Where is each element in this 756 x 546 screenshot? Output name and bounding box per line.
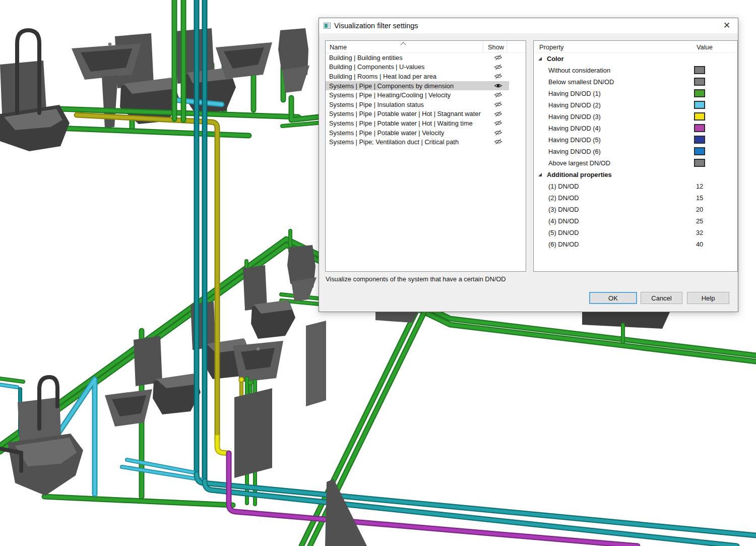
group-color[interactable]: Color [534,53,737,65]
column-show[interactable]: Show [488,43,504,51]
filter-name: Building | Rooms | Heat load per area [326,73,436,80]
application-window: Visualization filter settings ✕ Name Sho… [0,0,756,546]
list-header[interactable]: Name Show [326,41,526,53]
visibility-toggle[interactable] [492,83,504,90]
filter-name: Systems | Pipe; Ventilation duct | Criti… [326,138,459,146]
property-row[interactable]: (2) DN/OD 15 [534,192,737,204]
visibility-toggle[interactable] [492,130,504,137]
visibility-toggle[interactable] [492,54,504,62]
property-row[interactable]: (6) DN/OD 40 [534,238,737,250]
property-value[interactable]: 25 [696,217,703,225]
property-row[interactable]: Above largest DN/OD [534,157,737,169]
eye-slash-icon [494,64,502,70]
color-swatch[interactable] [694,159,705,167]
column-value: Value [697,43,713,51]
filter-row[interactable]: Systems | Pipe; Ventilation duct | Criti… [326,137,509,147]
property-value[interactable]: 20 [696,206,703,213]
eye-slash-icon [494,73,502,79]
eye-slash-icon [494,111,502,117]
property-row[interactable]: Below smallest DN/OD [534,76,737,88]
property-value[interactable]: 15 [696,194,703,202]
filter-list[interactable]: Name Show Building | Building entities B… [325,40,526,272]
filter-row[interactable]: Systems | Pipe | Insulation status [326,100,509,109]
visualization-filter-dialog: Visualization filter settings ✕ Name Sho… [319,18,738,312]
visibility-toggle[interactable] [492,139,504,146]
column-name[interactable]: Name [330,43,347,51]
visibility-toggle[interactable] [492,111,504,118]
visibility-toggle[interactable] [492,120,504,128]
property-label: (1) DN/OD [534,183,579,190]
color-swatch[interactable] [694,124,705,132]
close-icon[interactable]: ✕ [720,19,733,32]
color-swatch[interactable] [694,136,705,144]
property-row[interactable]: Having DN/OD (5) [534,134,737,146]
color-swatch[interactable] [694,78,705,86]
ok-button[interactable]: OK [589,292,637,304]
property-label: (3) DN/OD [534,206,579,213]
cancel-button[interactable]: Cancel [641,292,682,304]
property-row[interactable]: Having DN/OD (1) [534,88,737,99]
property-row[interactable]: Having DN/OD (6) [534,146,737,157]
property-row[interactable]: (4) DN/OD 25 [534,215,737,227]
property-label: Above largest DN/OD [534,159,610,167]
property-label: (5) DN/OD [534,229,579,236]
property-row[interactable]: Without consideration [534,65,737,76]
visibility-toggle[interactable] [492,73,504,81]
property-row[interactable]: (3) DN/OD 20 [534,204,737,215]
property-label: Having DN/OD (3) [534,113,601,120]
filter-row-selected[interactable]: Systems | Pipe | Components by dimension [326,81,509,91]
visibility-toggle[interactable] [492,92,504,99]
radiator-panel [582,311,670,329]
filter-name: Building | Components | U-values [326,63,424,71]
collapse-icon[interactable] [538,56,542,61]
pedestal-sink [105,389,152,427]
urinal [287,245,317,301]
filter-row[interactable]: Building | Rooms | Heat load per area [326,72,509,81]
property-row[interactable]: (5) DN/OD 32 [534,227,737,238]
filter-row[interactable]: Building | Components | U-values [326,63,509,72]
property-label: Having DN/OD (5) [534,136,601,144]
visibility-toggle[interactable] [492,101,504,109]
filter-row[interactable]: Building | Building entities [326,53,509,63]
sort-ascending-icon [400,42,406,47]
property-value[interactable]: 12 [696,183,703,190]
color-swatch[interactable] [694,112,705,120]
eye-icon [494,83,502,89]
color-swatch[interactable] [694,66,705,74]
visibility-toggle[interactable] [492,64,504,72]
property-value[interactable]: 40 [696,240,703,248]
property-panel[interactable]: Property Value Color Without considerati… [533,40,738,272]
property-row[interactable]: Having DN/OD (4) [534,123,737,134]
collapse-icon[interactable] [538,172,542,177]
property-value[interactable]: 32 [696,229,703,236]
dialog-titlebar[interactable]: Visualization filter settings ✕ [319,18,738,33]
help-button[interactable]: Help [687,292,729,304]
eye-slash-icon [494,54,502,60]
color-swatch[interactable] [694,147,705,155]
filter-row[interactable]: Systems | Pipe | Heating/Cooling | Veloc… [326,90,509,100]
property-row[interactable]: Having DN/OD (2) [534,99,737,111]
wall-toilet [243,265,295,339]
property-label: Having DN/OD (2) [534,101,601,109]
property-label: Below smallest DN/OD [534,78,614,86]
eye-slash-icon [494,101,502,107]
column-property: Property [539,43,563,51]
property-label: Having DN/OD (6) [534,148,601,155]
filter-row[interactable]: Systems | Pipe | Potable water | Velocit… [326,128,509,138]
column-divider [507,41,507,52]
group-additional-properties[interactable]: Additional properties [534,169,737,180]
property-label: (2) DN/OD [534,194,579,202]
color-swatch[interactable] [694,89,705,97]
dialog-title: Visualization filter settings [334,22,418,30]
eye-slash-icon [494,130,502,136]
eye-slash-icon [494,120,502,126]
property-row[interactable]: Having DN/OD (3) [534,111,737,123]
filter-row[interactable]: Systems | Pipe | Potable water | Hot | W… [326,118,509,128]
filter-row[interactable]: Systems | Pipe | Potable water | Hot | S… [326,109,509,119]
color-swatch[interactable] [694,101,705,109]
radiator-edge [325,479,367,546]
filter-name: Building | Building entities [326,54,403,62]
property-row[interactable]: (1) DN/OD 12 [534,180,737,192]
filter-name: Systems | Pipe | Insulation status [326,101,424,108]
property-label: Having DN/OD (1) [534,90,601,97]
